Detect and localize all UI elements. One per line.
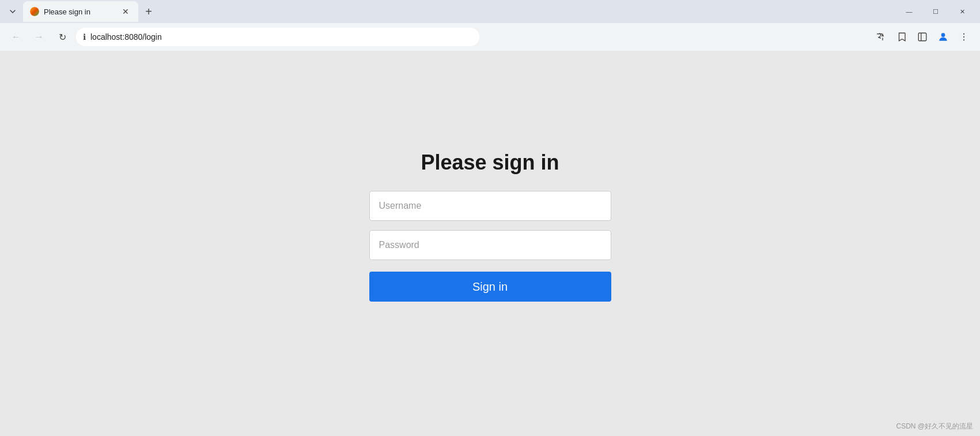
- login-container: Please sign in Sign in: [369, 151, 611, 302]
- tab-close-button[interactable]: ✕: [120, 6, 131, 17]
- refresh-button[interactable]: ↻: [53, 28, 71, 46]
- browser-actions: [872, 28, 973, 46]
- forward-button[interactable]: →: [30, 28, 48, 46]
- active-tab[interactable]: Please sign in ✕: [23, 1, 138, 22]
- svg-rect-0: [918, 33, 926, 41]
- page-content: Please sign in Sign in: [0, 51, 980, 436]
- sidebar-button[interactable]: [913, 28, 932, 46]
- password-input[interactable]: [369, 230, 611, 260]
- menu-button[interactable]: [955, 28, 973, 46]
- username-input[interactable]: [369, 191, 611, 221]
- tab-favicon: [30, 7, 39, 16]
- sign-in-button[interactable]: Sign in: [369, 272, 611, 302]
- profile-button[interactable]: [934, 28, 952, 46]
- translate-button[interactable]: [872, 28, 890, 46]
- tab-title: Please sign in: [44, 7, 115, 16]
- minimize-button[interactable]: —: [896, 0, 922, 23]
- close-button[interactable]: ✕: [949, 0, 975, 23]
- watermark: CSDN @好久不见的流星: [896, 422, 973, 431]
- page-heading: Please sign in: [421, 151, 559, 175]
- tab-bar: Please sign in ✕ + — ☐ ✕: [0, 0, 980, 23]
- back-button[interactable]: ←: [7, 28, 25, 46]
- bookmark-button[interactable]: [892, 28, 911, 46]
- url-bar[interactable]: ℹ localhost:8080/login: [76, 28, 479, 46]
- svg-point-2: [941, 33, 945, 37]
- svg-point-3: [963, 33, 964, 35]
- svg-point-4: [963, 36, 964, 37]
- new-tab-button[interactable]: +: [141, 3, 157, 20]
- info-icon: ℹ: [83, 32, 86, 42]
- url-text: localhost:8080/login: [90, 32, 472, 42]
- svg-point-5: [963, 39, 964, 40]
- tab-dropdown-button[interactable]: [5, 3, 21, 20]
- address-bar: ← → ↻ ℹ localhost:8080/login: [0, 23, 980, 51]
- maximize-button[interactable]: ☐: [922, 0, 949, 23]
- browser-chrome: Please sign in ✕ + — ☐ ✕ ← → ↻ ℹ localho…: [0, 0, 980, 51]
- window-controls: — ☐ ✕: [896, 0, 975, 23]
